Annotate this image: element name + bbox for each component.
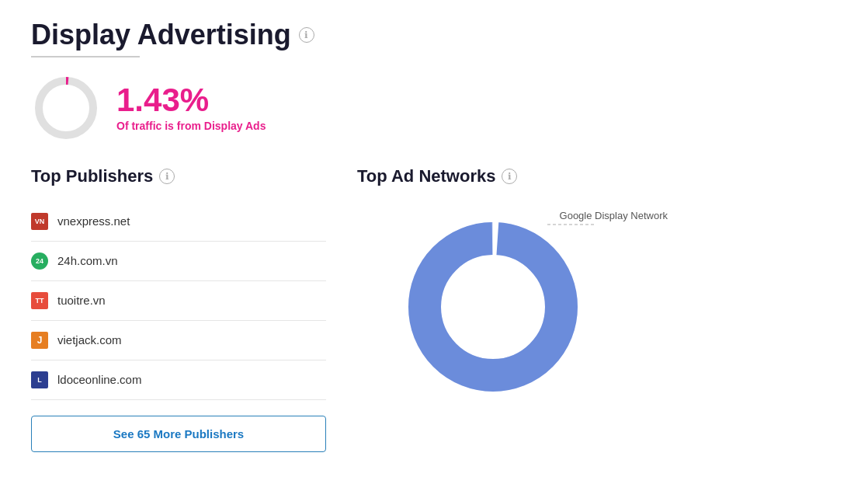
stats-row: 1.43% Of traffic is from Display Ads	[31, 73, 837, 143]
ad-networks-section: Top Ad Networks ℹ Google Display Network	[357, 166, 837, 452]
ad-networks-title: Top Ad Networks	[357, 166, 495, 186]
vietjack-icon: J	[31, 332, 48, 349]
small-donut-chart	[31, 73, 101, 143]
publisher-name: ldoceonline.com	[57, 373, 141, 386]
publisher-name: 24h.com.vn	[57, 254, 118, 267]
ad-networks-chart: Google Display Network	[404, 218, 606, 420]
24h-icon: 24	[31, 252, 48, 270]
publisher-name: vnexpress.net	[57, 214, 130, 228]
stat-description: Of traffic is from Display Ads	[116, 120, 266, 132]
ad-networks-info-icon[interactable]: ℹ	[502, 169, 517, 184]
chart-label-line	[547, 224, 594, 225]
list-item: TT tuoitre.vn	[31, 281, 326, 321]
large-donut-svg	[404, 218, 582, 396]
page-title: Display Advertising	[31, 19, 291, 51]
header-divider	[31, 56, 140, 57]
stat-text: 1.43% Of traffic is from Display Ads	[116, 84, 266, 132]
display-ads-link[interactable]: Display Ads	[204, 120, 266, 132]
publisher-name: vietjack.com	[57, 333, 122, 346]
vnexpress-icon: VN	[31, 213, 48, 230]
ldoc-icon: L	[31, 371, 48, 388]
list-item: J vietjack.com	[31, 321, 326, 360]
ad-networks-header: Top Ad Networks ℹ	[357, 166, 517, 186]
publishers-section: Top Publishers ℹ VN vnexpress.net 24 24h…	[31, 166, 326, 452]
page-header: Display Advertising ℹ	[31, 19, 837, 51]
list-item: L ldoceonline.com	[31, 360, 326, 400]
chart-network-label: Google Display Network	[560, 210, 668, 221]
publisher-name: tuoitre.vn	[57, 294, 106, 307]
publishers-header: Top Publishers ℹ	[31, 166, 326, 186]
stat-percentage: 1.43%	[116, 84, 266, 117]
svg-point-4	[425, 239, 561, 375]
publisher-list: VN vnexpress.net 24 24h.com.vn TT tuoitr…	[31, 202, 326, 400]
see-more-publishers-button[interactable]: See 65 More Publishers	[31, 416, 326, 452]
header-info-icon[interactable]: ℹ	[299, 27, 314, 43]
list-item: VN vnexpress.net	[31, 202, 326, 242]
main-content: Top Publishers ℹ VN vnexpress.net 24 24h…	[31, 166, 837, 452]
publishers-info-icon[interactable]: ℹ	[159, 169, 175, 184]
svg-point-0	[39, 81, 93, 135]
list-item: 24 24h.com.vn	[31, 242, 326, 281]
publishers-title: Top Publishers	[31, 166, 153, 186]
tuoitre-icon: TT	[31, 292, 48, 309]
